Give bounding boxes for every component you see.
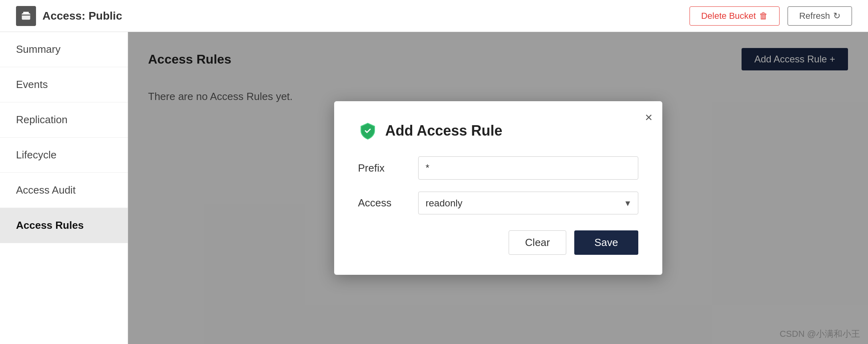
access-select-wrapper: readonly readwrite none ▼ bbox=[418, 192, 638, 214]
sidebar-item-lifecycle[interactable]: Lifecycle bbox=[0, 138, 128, 173]
header-right: Delete Bucket 🗑 Refresh ↻ bbox=[690, 6, 852, 26]
modal-overlay: × Add Access Rule Prefix bbox=[128, 32, 868, 344]
access-label: Access bbox=[358, 197, 406, 209]
content-area: Access Rules Add Access Rule + There are… bbox=[128, 32, 868, 344]
sidebar-item-summary[interactable]: Summary bbox=[0, 32, 128, 67]
header-bar: Access: Public Delete Bucket 🗑 Refresh ↻ bbox=[0, 0, 868, 32]
access-row: Access readonly readwrite none ▼ bbox=[358, 192, 638, 214]
delete-bucket-button[interactable]: Delete Bucket 🗑 bbox=[690, 6, 780, 26]
clear-button[interactable]: Clear bbox=[509, 230, 566, 255]
svg-rect-0 bbox=[22, 13, 30, 20]
refresh-icon: ↻ bbox=[833, 11, 840, 21]
prefix-label: Prefix bbox=[358, 162, 406, 174]
save-button[interactable]: Save bbox=[574, 230, 638, 255]
access-public-label: Access: Public bbox=[42, 10, 122, 22]
refresh-button[interactable]: Refresh ↻ bbox=[788, 6, 852, 26]
sidebar-item-events[interactable]: Events bbox=[0, 67, 128, 102]
refresh-label: Refresh bbox=[799, 11, 830, 21]
sidebar-item-access-rules[interactable]: Access Rules bbox=[0, 208, 128, 243]
svg-rect-2 bbox=[22, 14, 30, 15]
header-left: Access: Public bbox=[16, 6, 122, 26]
bucket-icon bbox=[16, 6, 36, 26]
modal-close-button[interactable]: × bbox=[645, 111, 653, 124]
shield-icon bbox=[358, 121, 377, 140]
sidebar: Summary Events Replication Lifecycle Acc… bbox=[0, 32, 128, 344]
modal-footer: Clear Save bbox=[358, 230, 638, 255]
prefix-row: Prefix bbox=[358, 156, 638, 180]
svg-rect-1 bbox=[23, 12, 29, 14]
delete-label: Delete Bucket bbox=[701, 11, 756, 21]
sidebar-item-access-audit[interactable]: Access Audit bbox=[0, 173, 128, 208]
sidebar-item-replication[interactable]: Replication bbox=[0, 102, 128, 138]
page-background: Access: Public Delete Bucket 🗑 Refresh ↻… bbox=[0, 0, 868, 344]
main-layout: Summary Events Replication Lifecycle Acc… bbox=[0, 32, 868, 344]
modal-title: Add Access Rule bbox=[385, 122, 503, 139]
add-access-rule-modal: × Add Access Rule Prefix bbox=[334, 101, 662, 275]
prefix-input[interactable] bbox=[418, 156, 638, 180]
access-select[interactable]: readonly readwrite none bbox=[418, 192, 638, 214]
delete-icon: 🗑 bbox=[759, 11, 768, 21]
modal-header: Add Access Rule bbox=[358, 121, 638, 140]
